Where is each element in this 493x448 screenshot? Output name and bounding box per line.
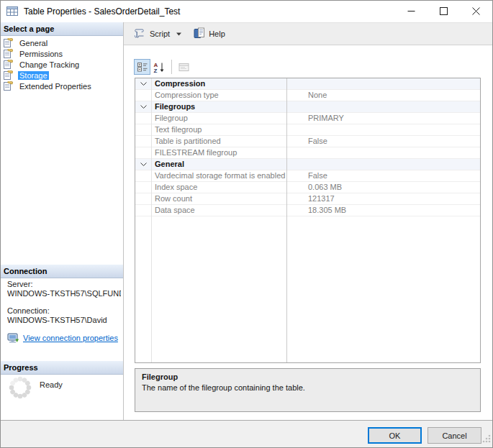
sidebar-item-permissions[interactable]: Permissions [0,48,123,59]
select-a-page-header: Select a page [0,22,123,36]
chevron-down-icon [140,105,147,109]
sidebar-item-label: Change Tracking [18,60,81,69]
property-pages-icon [178,63,189,72]
maximize-icon [440,7,448,15]
sidebar-item-label: General [18,39,49,47]
chevron-down-icon[interactable] [176,32,181,36]
property-name: FILESTREAM filegroup [151,147,286,158]
script-button[interactable]: Script [129,25,190,42]
resize-grip[interactable] [481,433,491,446]
property-name: Text filegroup [151,124,286,135]
alphabetical-sort-button[interactable]: A Z [150,59,167,75]
ok-button[interactable]: OK [368,427,422,444]
property-row-table-is-partitioned[interactable]: Table is partitioned False [135,136,480,147]
category-row-compression[interactable]: Compression [135,78,480,90]
property-value: PRIMARY [286,113,480,124]
property-value [286,124,480,135]
window-controls [395,1,492,22]
property-pages-button [176,59,192,75]
titlebar: Table Properties - SalesOrderDetail_Test [0,0,493,22]
property-description-box: Filegroup The name of the filegroup cont… [135,368,481,412]
button-bar: OK Cancel [0,420,493,448]
content-pane: Script Help [124,22,493,420]
property-name: Filegroup [151,113,286,124]
property-row-index-space[interactable]: Index space 0.063 MB [135,182,480,193]
property-name: Index space [151,182,286,193]
toolbar-separator [171,60,172,74]
sidebar-item-storage[interactable]: Storage [0,70,123,81]
help-label: Help [209,29,225,38]
progress-info: Ready [7,375,63,403]
property-row-filestream-filegroup[interactable]: FILESTREAM filegroup [135,147,480,159]
property-grid-toolbar: A Z [134,59,192,75]
window-title: Table Properties - SalesOrderDetail_Test [24,6,180,17]
property-row-compression-type[interactable]: Compression type None [135,90,480,101]
property-name: Row count [151,193,286,204]
property-name: Data space [151,205,286,216]
property-value [286,147,480,158]
property-value: 121317 [286,193,480,204]
sidebar-item-label: Storage [18,71,49,80]
sidebar-item-label: Permissions [18,50,64,58]
sidebar-item-change-tracking[interactable]: Change Tracking [0,59,123,70]
close-icon [472,7,480,15]
progress-status: Ready [40,380,63,389]
maximize-button[interactable] [428,1,460,22]
categorized-button[interactable] [134,59,150,75]
help-button[interactable]: Help [190,25,229,42]
connection-value: WINDOWS-TKSTH57\David [7,316,121,325]
minimize-icon [407,7,415,15]
sidebar-item-label: Extended Properties [18,82,93,91]
table-icon [6,6,18,16]
chevron-down-icon [140,163,147,166]
alphabetical-sort-icon: A Z [153,62,165,73]
connection-info: Server: WINDOWS-TKSTH57\SQLFUND Connecti… [7,280,121,344]
property-value: False [286,136,480,147]
property-grid: Compression Compression type None Filegr… [135,78,481,363]
property-value: None [286,90,480,101]
sidebar-item-extended-properties[interactable]: Extended Properties [0,81,123,91]
sidebar-item-general[interactable]: General [0,37,123,48]
page-icon [4,38,13,47]
property-row-filegroup[interactable]: Filegroup PRIMARY [135,113,480,124]
property-value: 18.305 MB [286,205,480,216]
property-name: Table is partitioned [151,136,286,147]
category-name: Compression [151,78,205,89]
property-row-vardecimal-enabled[interactable]: Vardecimal storage format is enabled Fal… [135,170,480,182]
connection-label: Connection: [7,306,121,316]
page-icon [4,49,13,58]
progress-header: Progress [0,361,123,375]
connection-header: Connection [0,265,123,278]
script-label: Script [150,29,170,38]
description-text: The name of the filegroup containing the… [142,383,474,393]
scroll-icon [132,28,146,40]
connection-properties-icon [7,333,19,344]
page-icon [4,60,13,69]
page-icon [4,70,13,80]
sidebar: Select a page General Permissions Change… [0,22,124,420]
property-row-row-count[interactable]: Row count 121317 [135,193,480,205]
table-properties-dialog: { "window": { "title": "Table Properties… [0,0,493,448]
property-row-text-filegroup[interactable]: Text filegroup [135,124,480,136]
property-value: False [286,170,480,181]
category-row-filegroups[interactable]: Filegroups [135,101,480,113]
minimize-button[interactable] [395,1,428,22]
category-row-general[interactable]: General [135,159,480,170]
property-name: Vardecimal storage format is enabled [151,170,286,181]
server-value: WINDOWS-TKSTH57\SQLFUND [7,289,121,298]
svg-text:Z: Z [153,67,157,73]
property-row-data-space[interactable]: Data space 18.305 MB [135,205,480,216]
cancel-button[interactable]: Cancel [428,427,481,444]
view-connection-properties-link[interactable]: View connection properties [23,334,118,343]
resize-grip-icon [481,433,491,443]
dialog-toolbar: Script Help [124,22,493,45]
chevron-down-icon [140,82,147,86]
category-name: Filegroups [151,101,195,112]
help-book-icon [194,27,205,40]
server-label: Server: [7,280,121,289]
category-name: General [151,159,184,170]
close-button[interactable] [460,1,492,22]
description-title: Filegroup [142,372,474,381]
categorized-icon [137,62,148,72]
property-value: 0.063 MB [286,182,480,193]
